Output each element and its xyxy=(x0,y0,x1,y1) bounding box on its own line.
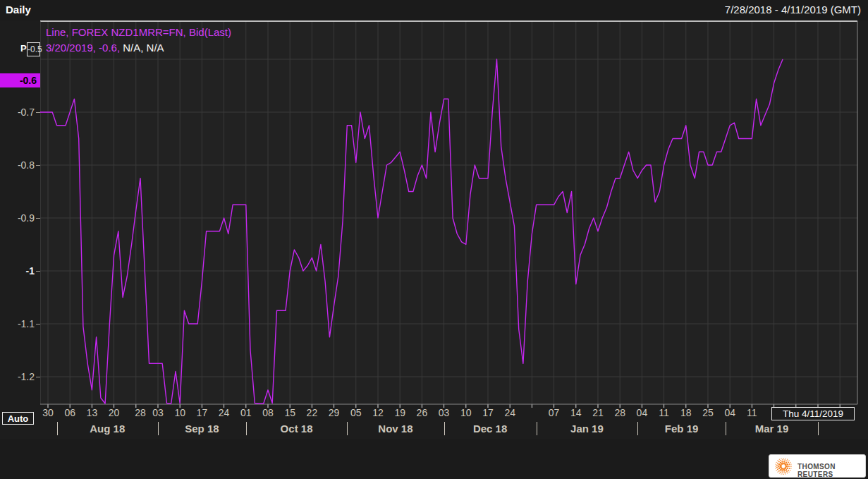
month-separator xyxy=(637,422,638,435)
price-axis-tick xyxy=(36,324,40,325)
sunburst-dot xyxy=(778,466,779,467)
sunburst-dot xyxy=(776,467,778,468)
sunburst-dot xyxy=(786,471,788,473)
sunburst-dot xyxy=(780,462,781,463)
sunburst-dot xyxy=(784,472,786,473)
sunburst-dot xyxy=(777,471,778,472)
sunburst-dot xyxy=(781,463,783,465)
sunburst-dot xyxy=(788,471,789,472)
time-axis-label: 22 xyxy=(307,407,318,418)
series-legend: Line, FOREX NZD1MRR=FN, Bid(Last) 3/20/2… xyxy=(46,25,231,56)
sunburst-dot xyxy=(781,461,783,462)
sunburst-dot xyxy=(789,468,790,469)
time-axis-label: 11 xyxy=(659,407,669,418)
price-axis-tick xyxy=(36,377,40,377)
time-axis-label: 15 xyxy=(284,407,295,418)
month-separator xyxy=(818,422,819,435)
price-axis-tick xyxy=(36,218,40,219)
legend-last-values: 3/20/2019, -0.6, N/A, N/A xyxy=(46,40,231,56)
legend-series-name[interactable]: Line, FOREX NZD1MRR=FN, Bid(Last) xyxy=(46,25,231,40)
sunburst-dot xyxy=(784,459,786,461)
month-separator xyxy=(246,422,247,435)
sunburst-dot xyxy=(777,460,778,461)
sunburst-dot xyxy=(782,472,783,473)
time-axis-label: 05 xyxy=(350,407,362,418)
time-axis-label: 21 xyxy=(592,407,604,418)
time-axis-label: 12 xyxy=(372,407,384,418)
time-axis-label: 06 xyxy=(64,407,75,418)
time-axis-label: 17 xyxy=(482,407,494,418)
month-label: Nov 18 xyxy=(378,423,412,435)
sunburst-dot xyxy=(780,471,781,473)
time-axis[interactable]: 3006132028031017240108152229051219260310… xyxy=(0,406,868,420)
legend-na-values: N/A, N/A xyxy=(120,42,164,54)
sunburst-dot xyxy=(779,473,780,473)
sunburst-dot xyxy=(790,463,791,464)
sunburst-dot xyxy=(787,463,788,465)
time-axis-label: 07 xyxy=(549,407,560,418)
sunburst-dot xyxy=(776,470,777,471)
sunburst-dot xyxy=(781,470,783,471)
sunburst-dot xyxy=(786,469,787,471)
time-axis-label: 25 xyxy=(702,407,714,418)
sunburst-dot xyxy=(777,463,778,464)
time-axis-label: 10 xyxy=(460,407,472,418)
sunburst-dot xyxy=(776,462,777,463)
sunburst-dot xyxy=(787,459,788,460)
thomson-reuters-logo-text: THOMSON REUTERS xyxy=(797,463,865,478)
sunburst-dot xyxy=(783,470,785,471)
sunburst-dot xyxy=(789,466,790,467)
sunburst-dot xyxy=(778,468,780,469)
sunburst-dot xyxy=(783,468,785,470)
time-axis-label: 03 xyxy=(439,407,450,418)
price-axis-tick xyxy=(36,112,40,113)
price-axis[interactable]: P -0.5 -0.6 -0.7-0.8-0.9-1-1.1-1.2 Auto xyxy=(0,20,40,405)
sunburst-dot xyxy=(786,460,788,461)
sunburst-dot xyxy=(786,462,787,463)
time-axis-label: 19 xyxy=(394,407,405,418)
sunburst-dot xyxy=(787,473,788,473)
sunburst-dot xyxy=(780,466,782,468)
price-axis-tick xyxy=(36,165,40,166)
time-axis-label: 04 xyxy=(637,407,648,418)
time-axis-label: 14 xyxy=(570,407,582,418)
sunburst-dot xyxy=(790,468,791,468)
sunburst-dot xyxy=(785,466,787,468)
sunburst-dot xyxy=(783,458,783,459)
month-label-row: Aug 18Sep 18Oct 18Nov 18Dec 18Jan 19Feb … xyxy=(0,422,868,437)
sunburst-dot xyxy=(785,473,786,474)
price-axis-label: -0.7 xyxy=(18,107,35,118)
time-axis-label: 28 xyxy=(614,407,625,418)
time-axis-label: 29 xyxy=(329,407,340,418)
plot-area[interactable] xyxy=(40,21,857,404)
sunburst-dot xyxy=(775,468,776,468)
sunburst-dot xyxy=(775,463,776,464)
time-axis-label: 01 xyxy=(240,407,252,418)
time-axis-label: 13 xyxy=(87,407,98,418)
time-axis-label: 08 xyxy=(262,407,274,418)
sunburst-dot xyxy=(781,473,781,474)
sunburst-dot xyxy=(790,462,790,463)
eikon-chart-window: Daily 7/28/2018 - 4/11/2019 (GMT) P -0.5… xyxy=(0,0,868,479)
sunburst-dot xyxy=(787,468,788,469)
price-axis-label: -0.9 xyxy=(18,212,35,224)
month-label: Dec 18 xyxy=(473,423,507,435)
sunburst-dot xyxy=(787,466,788,467)
sunburst-dot xyxy=(785,463,787,466)
month-separator xyxy=(444,422,445,435)
sunburst-dot xyxy=(789,463,790,465)
sunburst-dot xyxy=(788,461,789,463)
sunburst-dot xyxy=(788,470,789,471)
month-separator xyxy=(726,422,726,435)
sunburst-dot xyxy=(783,474,783,475)
sunburst-dot xyxy=(778,463,780,465)
pointer-value-box: -0.5 xyxy=(27,42,40,56)
time-axis-label: 20 xyxy=(109,407,120,418)
time-axis-label: 18 xyxy=(680,407,692,418)
time-axis-label: 24 xyxy=(219,407,230,418)
sunburst-dot xyxy=(782,459,783,461)
time-axis-label: 10 xyxy=(174,407,185,418)
month-separator xyxy=(57,422,58,435)
price-axis-label: -1.2 xyxy=(18,371,35,382)
sunburst-dot xyxy=(780,469,781,471)
